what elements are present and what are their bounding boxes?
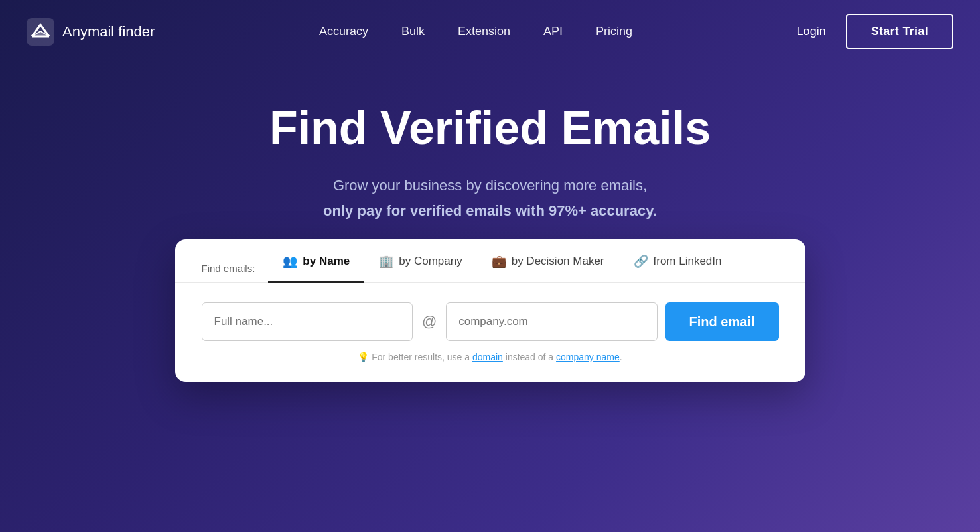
hero-section: Find Verified Emails Grow your business … xyxy=(0,63,980,415)
nav-accuracy[interactable]: Accuracy xyxy=(319,25,368,38)
login-link[interactable]: Login xyxy=(797,25,826,38)
by-company-icon: 🏢 xyxy=(379,254,393,269)
hint-middle: instead of a xyxy=(506,352,556,362)
hint-company-name-link[interactable]: company name xyxy=(556,352,620,362)
start-trial-button[interactable]: Start Trial xyxy=(846,14,953,49)
nav-extension[interactable]: Extension xyxy=(458,25,510,38)
brand-name: Anymail finder xyxy=(62,23,155,40)
site-header: Anymail finder Accuracy Bulk Extension A… xyxy=(0,0,980,63)
logo-area[interactable]: Anymail finder xyxy=(27,18,155,46)
at-sign: @ xyxy=(413,313,446,330)
by-name-icon: 👥 xyxy=(283,254,297,269)
find-email-button[interactable]: Find email xyxy=(665,302,779,341)
hero-headline: Find Verified Emails xyxy=(27,103,953,154)
find-emails-label: Find emails: xyxy=(202,263,255,274)
tab-from-linkedin-label: from LinkedIn xyxy=(654,255,722,268)
tab-by-name[interactable]: 👥 by Name xyxy=(268,254,364,283)
main-nav: Accuracy Bulk Extension API Pricing xyxy=(319,25,632,38)
tab-by-decision-maker-label: by Decision Maker xyxy=(512,255,604,268)
company-domain-input[interactable] xyxy=(446,302,657,341)
nav-bulk[interactable]: Bulk xyxy=(401,25,425,38)
hint-end: . xyxy=(620,352,622,362)
logo-icon xyxy=(27,18,54,46)
search-form: @ Find email xyxy=(175,283,805,341)
search-tabs: Find emails: 👥 by Name 🏢 by Company 💼 by… xyxy=(175,239,805,283)
hero-subtitle-bold: only pay for verified emails with 97%+ a… xyxy=(27,202,953,220)
tab-by-decision-maker[interactable]: 💼 by Decision Maker xyxy=(477,254,619,283)
full-name-input[interactable] xyxy=(202,302,413,341)
tab-by-name-label: by Name xyxy=(303,255,350,268)
search-hint: 💡 For better results, use a domain inste… xyxy=(175,352,805,362)
by-decision-maker-icon: 💼 xyxy=(492,254,506,269)
from-linkedin-icon: 🔗 xyxy=(634,254,648,269)
hero-subtitle: Grow your business by discovering more e… xyxy=(27,174,953,197)
tab-from-linkedin[interactable]: 🔗 from LinkedIn xyxy=(619,254,736,283)
tab-by-company[interactable]: 🏢 by Company xyxy=(364,254,476,283)
search-card: Find emails: 👥 by Name 🏢 by Company 💼 by… xyxy=(175,239,805,382)
hint-domain-link[interactable]: domain xyxy=(472,352,503,362)
header-right: Login Start Trial xyxy=(797,14,953,49)
tab-by-company-label: by Company xyxy=(399,255,462,268)
nav-api[interactable]: API xyxy=(543,25,563,38)
hint-text: For better results, use a xyxy=(372,352,470,362)
nav-pricing[interactable]: Pricing xyxy=(596,25,632,38)
hint-icon: 💡 xyxy=(358,352,369,362)
